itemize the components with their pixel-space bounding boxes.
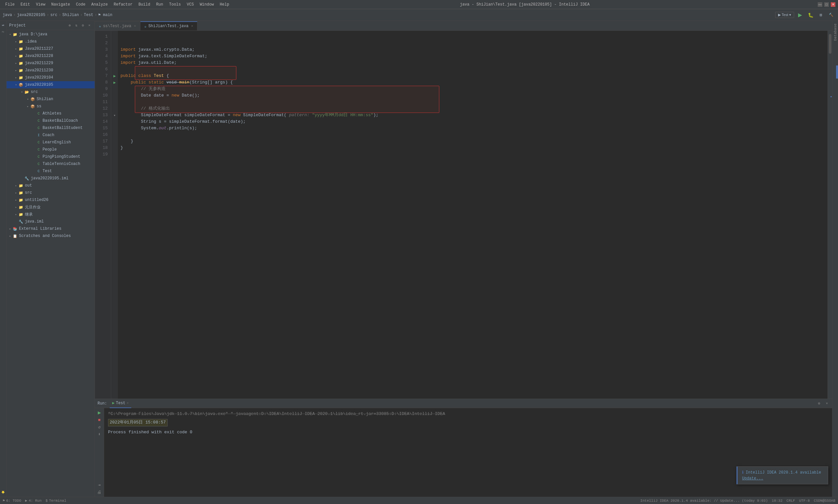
tree-item-20211228[interactable]: ▸ 📁 Java20211228 <box>6 52 95 59</box>
status-line-col[interactable]: 10:32 <box>772 499 783 503</box>
tree-item-src2[interactable]: ▸ 📁 src <box>6 189 95 196</box>
tree-item-java-root[interactable]: ▾ 📁 java D:\java <box>6 31 95 38</box>
status-line-sep[interactable]: CRLF <box>787 499 795 503</box>
code-content[interactable]: import javax.xml.crypto.Data; import jav… <box>118 31 827 399</box>
run-class-btn[interactable]: ▶ <box>111 73 118 79</box>
icon-ext-libs: 📚 <box>13 226 18 231</box>
tree-item-20211229[interactable]: ▸ 📁 java20211229 <box>6 59 95 67</box>
project-icon[interactable]: 1 <box>0 22 6 28</box>
tab-ss-close[interactable]: × <box>134 24 136 28</box>
breadcrumb-java[interactable]: java <box>3 13 12 17</box>
tree-item-iml-module[interactable]: 🔧 java20220105.iml <box>6 175 95 182</box>
tree-item-20211227[interactable]: ▸ 📁 Java20211227 <box>6 45 95 52</box>
menu-build[interactable]: Build <box>136 2 153 7</box>
tree-item-bbstudent[interactable]: C BasketBallStudent <box>6 124 95 131</box>
tab-shijian-close[interactable]: × <box>191 24 194 28</box>
structure-icon[interactable]: 2 <box>0 29 6 35</box>
tree-item-ppstudent[interactable]: C PingPiongStudent <box>6 153 95 160</box>
breadcrumb-package[interactable]: ShiJian <box>62 13 78 17</box>
breadcrumb-method[interactable]: ⚑ main <box>98 13 112 17</box>
print-btn[interactable]: 🖨 <box>96 489 103 496</box>
breadcrumb-src[interactable]: src <box>50 13 58 17</box>
tree-item-20220105[interactable]: ▾ 📦 java20220105 <box>6 81 95 88</box>
minimize-button[interactable]: — <box>818 2 822 7</box>
menu-navigate[interactable]: Navigate <box>49 2 73 7</box>
softrap-btn[interactable]: ⇥ <box>96 482 103 488</box>
run-button[interactable]: ▶ <box>796 11 804 19</box>
tree-item-untitled26[interactable]: ▸ 📁 untitled26 <box>6 196 95 203</box>
notice-text: IntelliJ IDEA 2020.1.4 available: // Upd… <box>640 499 768 503</box>
menu-refactor[interactable]: Refactor <box>111 2 135 7</box>
tree-item-scratches[interactable]: ▸ 📋 Scratches and Consoles <box>6 232 95 239</box>
run-tab-close[interactable]: × <box>127 401 129 405</box>
run-config-dropdown[interactable]: ▶ Test ▾ <box>775 12 794 18</box>
menu-view[interactable]: View <box>33 2 48 7</box>
status-terminal[interactable]: $ Terminal <box>46 499 66 503</box>
tree-item-ss[interactable]: ▸ 📦 ss <box>6 103 95 110</box>
build-button[interactable]: 🔨 <box>827 12 835 18</box>
code-editor[interactable]: 1 2 3 4 5 6 7 8 9 10 11 12 13 14 15 16 1 <box>95 31 832 399</box>
breadcrumb-class[interactable]: Test <box>84 13 93 17</box>
menu-help[interactable]: Help <box>217 2 232 7</box>
scroll-end-btn[interactable]: ⬇ <box>96 431 103 437</box>
tree-item-src[interactable]: ▾ 📂 src <box>6 88 95 95</box>
tab-shijian-icon: ☕ <box>144 24 147 29</box>
tree-item-shijian[interactable]: ▾ 📦 ShiJian <box>6 95 95 103</box>
editor-scrollbar[interactable] <box>827 31 832 399</box>
tree-item-people[interactable]: C People <box>6 146 95 153</box>
debug-button[interactable]: 🐛 <box>806 12 816 18</box>
menu-vcs[interactable]: VCS <box>184 2 197 7</box>
tree-item-bbcoach[interactable]: C BasketBallCoach <box>6 117 95 124</box>
run-hide-icon[interactable]: × <box>824 401 830 406</box>
terminal-icon: $ <box>46 499 48 503</box>
tab-ss-test[interactable]: ☕ ss\Test.java × <box>95 21 140 31</box>
tree-item-ext-libs[interactable]: ▸ 📚 External Libraries <box>6 225 95 232</box>
favorites-icon[interactable]: ⭐ <box>0 490 6 496</box>
expand-icon[interactable]: ⇅ <box>74 23 79 28</box>
right-sidebar-database[interactable]: Database <box>833 21 838 43</box>
tree-item-20220104[interactable]: ▸ 📁 java20220104 <box>6 74 95 81</box>
run-settings-icon[interactable]: ⚙ <box>816 401 822 406</box>
tree-item-yuandan[interactable]: ▸ 📁 元旦作业 <box>6 203 95 211</box>
run-main-btn[interactable]: ▶ <box>111 79 118 86</box>
menu-run[interactable]: Run <box>154 2 166 7</box>
hide-icon[interactable]: × <box>87 23 92 28</box>
tree-item-java-iml[interactable]: 🔧 java.iml <box>6 218 95 225</box>
coverage-button[interactable]: ⛨ <box>817 13 825 18</box>
menu-window[interactable]: Window <box>197 2 216 7</box>
rerun-btn[interactable]: ↺ <box>96 424 103 430</box>
status-encoding[interactable]: UTF-8 <box>799 499 810 503</box>
menu-analyze[interactable]: Analyze <box>89 2 110 7</box>
menu-edit[interactable]: Edit <box>18 2 33 7</box>
tree-item-coach[interactable]: I Coach <box>6 131 95 139</box>
menu-file[interactable]: File <box>3 2 17 7</box>
menu-code[interactable]: Code <box>73 2 88 7</box>
breadcrumb-module[interactable]: java20220105 <box>17 13 45 17</box>
tree-item-learnenglish[interactable]: C LearnEnglish <box>6 139 95 146</box>
tree-item-20211230[interactable]: ▸ 📁 Java20211230 <box>6 67 95 74</box>
tree-item-idea[interactable]: ▸ 📁 .idea <box>6 38 95 45</box>
status-idea-notice[interactable]: IntelliJ IDEA 2020.1.4 available: // Upd… <box>640 499 768 503</box>
run-result-container: 2022年01月05日 15:08:57 <box>108 419 828 427</box>
locate-icon[interactable]: ⊕ <box>67 23 72 28</box>
status-todo[interactable]: ⚑ 6: TODO <box>3 499 21 503</box>
fold-btn-17[interactable]: ▾ <box>111 112 118 119</box>
notification-update-link[interactable]: Update... <box>742 476 763 481</box>
tree-item-test[interactable]: C Test <box>6 167 95 175</box>
run-tab-test[interactable]: ▶ Test × <box>110 399 131 408</box>
run-again-btn[interactable]: ▶ <box>96 410 103 416</box>
stop-btn[interactable]: ■ <box>96 417 103 423</box>
maximize-button[interactable]: □ <box>824 2 829 7</box>
tab-shijian-test[interactable]: ☕ ShiJian\Test.java × <box>140 21 198 31</box>
status-csdn[interactable]: CSDN@SSOAB <box>814 499 835 503</box>
tree-item-out[interactable]: ▸ 📁 out <box>6 182 95 189</box>
menu-tools[interactable]: Tools <box>167 2 184 7</box>
close-button[interactable]: ✕ <box>831 2 835 7</box>
settings-icon[interactable]: ⚙ <box>80 23 86 28</box>
tree-item-jicheng[interactable]: ▸ 📁 继承 <box>6 211 95 218</box>
tree-item-athletes[interactable]: C Athletes <box>6 110 95 117</box>
run-output[interactable]: "C:\Program Files\Java\jdk-11.0.7\bin\ja… <box>104 408 832 497</box>
tree-item-ttcoach[interactable]: C TableTennisCoach <box>6 160 95 167</box>
label-java-iml: java.iml <box>25 219 44 224</box>
status-run[interactable]: ▶ 4: Run <box>25 499 41 503</box>
